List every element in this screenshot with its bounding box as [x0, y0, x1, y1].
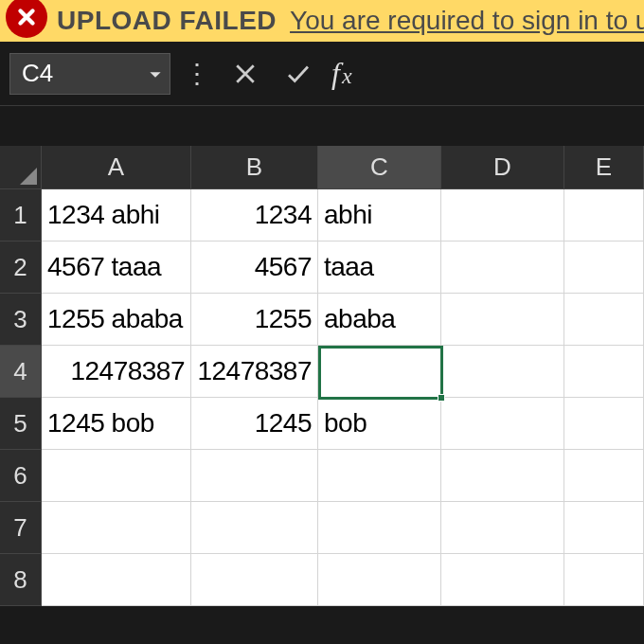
name-box[interactable]: C4: [9, 53, 170, 95]
fx-icon: f: [331, 56, 340, 91]
cell-C4[interactable]: [318, 346, 441, 398]
column-header-C[interactable]: C: [318, 146, 441, 189]
select-all-corner[interactable]: [0, 146, 42, 189]
cell-D7[interactable]: [441, 502, 564, 554]
error-icon: [6, 0, 47, 38]
cell-C8[interactable]: [318, 554, 441, 606]
cell-A3[interactable]: 1255 ababa: [42, 294, 191, 346]
cell-D3[interactable]: [441, 294, 564, 346]
column-header-row: A B C D E: [0, 146, 644, 189]
cell-B4[interactable]: 12478387: [191, 346, 318, 398]
upload-failed-banner: UPLOAD FAILED You are required to sign i…: [0, 0, 644, 42]
table-row: 8: [0, 554, 644, 606]
cell-A6[interactable]: [42, 450, 191, 502]
cell-E8[interactable]: [564, 554, 644, 606]
row-header-6[interactable]: 6: [0, 450, 42, 502]
table-row: 5 1245 bob 1245 bob: [0, 398, 644, 450]
cell-E4[interactable]: [564, 346, 644, 398]
table-row: 1 1234 abhi 1234 abhi: [0, 189, 644, 242]
cell-B2[interactable]: 4567: [191, 242, 318, 294]
chevron-down-icon[interactable]: [149, 59, 162, 88]
table-row: 2 4567 taaa 4567 taaa: [0, 242, 644, 294]
cell-D8[interactable]: [441, 554, 564, 606]
formula-bar: C4 ⋮ fx: [0, 42, 644, 106]
row-header-3[interactable]: 3: [0, 294, 42, 346]
cell-D5[interactable]: [441, 398, 564, 450]
cell-C2[interactable]: taaa: [318, 242, 441, 294]
banner-title: UPLOAD FAILED: [57, 6, 277, 36]
row-header-1[interactable]: 1: [0, 189, 42, 242]
row-header-5[interactable]: 5: [0, 398, 42, 450]
column-header-B[interactable]: B: [191, 146, 318, 189]
spreadsheet-grid[interactable]: A B C D E 1 1234 abhi 1234 abhi 2 4567 t…: [0, 146, 644, 606]
active-cell-ref: C4: [22, 59, 53, 88]
banner-message-link[interactable]: You are required to sign in to upload yo…: [290, 6, 644, 36]
row-header-4[interactable]: 4: [0, 346, 42, 398]
cell-D4[interactable]: [441, 346, 564, 398]
column-header-D[interactable]: D: [441, 146, 564, 189]
cell-D1[interactable]: [441, 189, 564, 242]
column-header-E[interactable]: E: [564, 146, 644, 189]
cell-D2[interactable]: [441, 242, 564, 294]
row-header-7[interactable]: 7: [0, 502, 42, 554]
cell-E3[interactable]: [564, 294, 644, 346]
cell-E5[interactable]: [564, 398, 644, 450]
cell-A2[interactable]: 4567 taaa: [42, 242, 191, 294]
insert-function-button[interactable]: fx: [331, 56, 352, 91]
row-header-2[interactable]: 2: [0, 242, 42, 294]
toolbar-spacer: [0, 106, 644, 146]
cell-C3[interactable]: ababa: [318, 294, 441, 346]
cell-B1[interactable]: 1234: [191, 189, 318, 242]
table-row: 6: [0, 450, 644, 502]
column-header-A[interactable]: A: [42, 146, 191, 189]
cell-A1[interactable]: 1234 abhi: [42, 189, 191, 242]
cell-A7[interactable]: [42, 502, 191, 554]
cell-D6[interactable]: [441, 450, 564, 502]
table-row: 4 12478387 12478387: [0, 346, 644, 398]
cell-E7[interactable]: [564, 502, 644, 554]
cell-C5[interactable]: bob: [318, 398, 441, 450]
cell-C1[interactable]: abhi: [318, 189, 441, 242]
cell-B8[interactable]: [191, 554, 318, 606]
cell-E6[interactable]: [564, 450, 644, 502]
cell-A5[interactable]: 1245 bob: [42, 398, 191, 450]
cell-B6[interactable]: [191, 450, 318, 502]
cell-E2[interactable]: [564, 242, 644, 294]
cell-B7[interactable]: [191, 502, 318, 554]
cell-C7[interactable]: [318, 502, 441, 554]
cancel-button[interactable]: [225, 54, 265, 94]
table-row: 3 1255 ababa 1255 ababa: [0, 294, 644, 346]
more-options-icon[interactable]: ⋮: [184, 58, 212, 89]
cell-A8[interactable]: [42, 554, 191, 606]
cell-E1[interactable]: [564, 189, 644, 242]
x-icon: [231, 60, 259, 88]
cell-C6[interactable]: [318, 450, 441, 502]
cell-A4[interactable]: 12478387: [42, 346, 191, 398]
row-header-8[interactable]: 8: [0, 554, 42, 606]
table-row: 7: [0, 502, 644, 554]
confirm-button[interactable]: [278, 54, 318, 94]
check-icon: [284, 60, 313, 88]
cell-B3[interactable]: 1255: [191, 294, 318, 346]
cell-B5[interactable]: 1245: [191, 398, 318, 450]
